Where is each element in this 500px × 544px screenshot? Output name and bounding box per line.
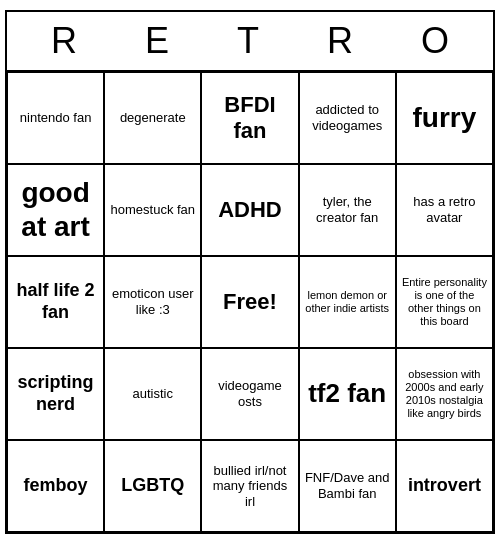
cell-8: tyler, the creator fan <box>299 164 396 256</box>
title-letter-o: O <box>421 20 449 62</box>
cell-0: nintendo fan <box>7 72 104 164</box>
cell-12: Free! <box>201 256 298 348</box>
cell-1: degenerate <box>104 72 201 164</box>
cell-14: Entire personality is one of the other t… <box>396 256 493 348</box>
cell-24: introvert <box>396 440 493 532</box>
title-letter-t: T <box>237 20 259 62</box>
cell-16: autistic <box>104 348 201 440</box>
cell-3: addicted to videogames <box>299 72 396 164</box>
cell-6: homestuck fan <box>104 164 201 256</box>
cell-23: FNF/Dave and Bambi fan <box>299 440 396 532</box>
title-letter-r2: R <box>327 20 353 62</box>
title-letter-r: R <box>51 20 77 62</box>
cell-9: has a retro avatar <box>396 164 493 256</box>
cell-7: ADHD <box>201 164 298 256</box>
bingo-grid: nintendo fan degenerate BFDI fan addicte… <box>7 72 493 532</box>
cell-13: lemon demon or other indie artists <box>299 256 396 348</box>
cell-4: furry <box>396 72 493 164</box>
cell-10: half life 2 fan <box>7 256 104 348</box>
cell-18: tf2 fan <box>299 348 396 440</box>
cell-2: BFDI fan <box>201 72 298 164</box>
title-letter-e: E <box>145 20 169 62</box>
cell-20: femboy <box>7 440 104 532</box>
cell-11: emoticon user like :3 <box>104 256 201 348</box>
bingo-title: R E T R O <box>7 12 493 72</box>
cell-15: scripting nerd <box>7 348 104 440</box>
cell-5: good at art <box>7 164 104 256</box>
cell-21: LGBTQ <box>104 440 201 532</box>
bingo-card: R E T R O nintendo fan degenerate BFDI f… <box>5 10 495 534</box>
cell-19: obsession with 2000s and early 2010s nos… <box>396 348 493 440</box>
cell-22: bullied irl/not many friends irl <box>201 440 298 532</box>
cell-17: videogame osts <box>201 348 298 440</box>
